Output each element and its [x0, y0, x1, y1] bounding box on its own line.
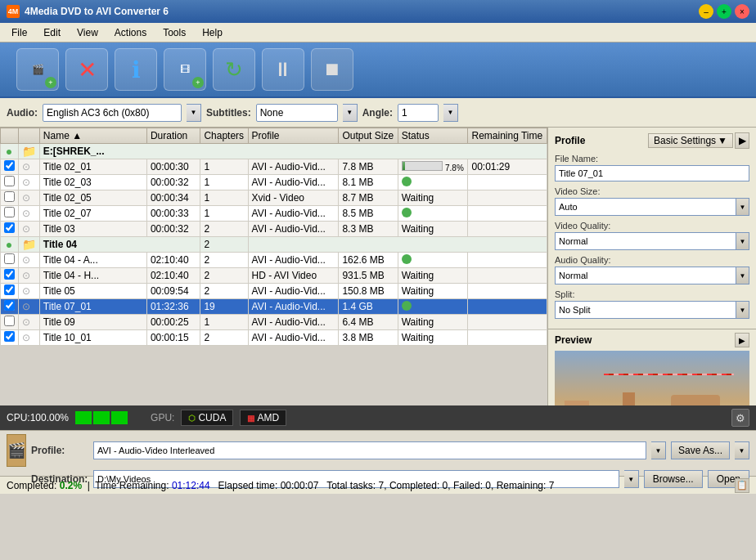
col-profile[interactable]: Profile: [248, 128, 339, 144]
minimize-button[interactable]: –: [699, 4, 713, 19]
amd-button[interactable]: ▦ AMD: [240, 410, 286, 426]
row-checkbox[interactable]: [4, 207, 15, 217]
row-checkbox[interactable]: [4, 160, 15, 171]
split-arrow[interactable]: ▼: [736, 301, 749, 319]
profile-input[interactable]: [93, 441, 646, 459]
table-row[interactable]: ⊙ Title 09 00:00:25 1 AVI - Audio-Vid...…: [1, 315, 547, 330]
toolbar: 🎬 + ✕ ℹ 🎞 + ↻ ⏸ ⏹: [0, 43, 756, 98]
close-button[interactable]: ×: [735, 4, 749, 19]
row-checkbox[interactable]: [4, 269, 15, 280]
table-row[interactable]: ⊙ Title 02_01 00:00:30 1 AVI - Audio-Vid…: [1, 159, 547, 175]
status-text: Completed: 0.2% | Time Remaining: 01:12:…: [7, 480, 554, 491]
table-row[interactable]: ⊙ Title 02_03 00:00:32 1 AVI - Audio-Vid…: [1, 175, 547, 190]
profile: AVI - Audio-Vid...: [248, 222, 339, 237]
file-name-input[interactable]: [555, 165, 749, 181]
col-status-icon[interactable]: [18, 128, 39, 144]
angle-dropdown-arrow[interactable]: ▼: [443, 104, 458, 122]
table-row[interactable]: ⊙ Title 02_05 00:00:34 1 Xvid - Video 8.…: [1, 190, 547, 206]
profile: AVI - Audio-Vid...: [248, 299, 339, 315]
table-row[interactable]: ⊙ Title 04 - A... 02:10:40 2 AVI - Audio…: [1, 253, 547, 268]
split-select[interactable]: No Split: [555, 301, 736, 319]
col-chapters[interactable]: Chapters: [200, 128, 248, 144]
info-button[interactable]: ℹ: [115, 48, 157, 91]
maximize-button[interactable]: +: [717, 4, 731, 19]
col-output-size[interactable]: Output Size: [339, 128, 398, 144]
table-row[interactable]: ⊙ Title 10_01 00:00:15 2 AVI - Audio-Vid…: [1, 330, 547, 346]
profile-dropdown-arrow[interactable]: ▼: [651, 441, 666, 459]
col-checkbox[interactable]: [1, 128, 19, 144]
profile: AVI - Audio-Vid...: [248, 175, 339, 190]
subtitles-label: Subtitles:: [206, 107, 251, 119]
col-remaining[interactable]: Remaining Time: [468, 128, 547, 144]
add-video-button[interactable]: 🎬 +: [16, 48, 59, 91]
chapters: 2: [200, 330, 248, 346]
menu-tools[interactable]: Tools: [155, 25, 194, 40]
profile: HD - AVI Video: [248, 268, 339, 284]
output-size: 931.5 MB: [339, 268, 398, 284]
video-quality-select[interactable]: Normal: [555, 232, 736, 250]
file-name: Title 04 - H...: [39, 268, 146, 284]
refresh-button[interactable]: ↻: [213, 48, 255, 91]
stop-button[interactable]: ⏹: [311, 48, 353, 91]
audio-dropdown-arrow[interactable]: ▼: [187, 104, 201, 122]
remove-button[interactable]: ✕: [65, 48, 108, 91]
status: Waiting: [398, 330, 468, 346]
video-quality-arrow[interactable]: ▼: [736, 232, 749, 250]
log-button[interactable]: 📋: [735, 478, 749, 493]
row-checkbox[interactable]: [4, 222, 15, 233]
cpu-settings-button[interactable]: ⚙: [731, 409, 749, 427]
audio-select[interactable]: [43, 104, 182, 122]
chapters: 2: [200, 284, 248, 299]
save-as-dropdown-arrow[interactable]: ▼: [735, 441, 749, 459]
row-checkbox[interactable]: [4, 331, 15, 342]
row-checkbox[interactable]: [4, 316, 15, 326]
col-name[interactable]: Name ▲: [39, 128, 146, 144]
menu-edit[interactable]: Edit: [35, 25, 69, 40]
profile-row: 🎬 Profile: ▼ Save As... ▼: [7, 434, 749, 467]
pause-button[interactable]: ⏸: [262, 48, 304, 91]
subtitles-dropdown-arrow[interactable]: ▼: [343, 104, 358, 122]
table-row[interactable]: ● 📁 Title 04 2: [1, 237, 547, 253]
table-row[interactable]: ⊙ Title 03 00:00:32 2 AVI - Audio-Vid...…: [1, 222, 547, 237]
save-as-button[interactable]: Save As...: [671, 441, 730, 459]
table-row[interactable]: ⊙ Title 04 - H... 02:10:40 2 HD - AVI Vi…: [1, 268, 547, 284]
video-size-arrow[interactable]: ▼: [736, 198, 749, 216]
menu-file[interactable]: File: [3, 25, 35, 40]
col-status[interactable]: Status: [398, 128, 468, 144]
basic-settings-button[interactable]: Basic Settings ▼: [648, 133, 733, 148]
video-size-select[interactable]: Auto: [555, 198, 736, 216]
subtitles-select[interactable]: [256, 104, 338, 122]
row-checkbox[interactable]: [4, 191, 15, 202]
row-checkbox[interactable]: [4, 253, 15, 264]
menu-help[interactable]: Help: [194, 25, 231, 40]
menu-view[interactable]: View: [69, 25, 106, 40]
file-name: Title 09: [39, 315, 146, 330]
output-size: 1.4 GB: [339, 299, 398, 315]
basic-settings-label: Basic Settings: [654, 135, 716, 146]
profile-title: Profile: [555, 135, 585, 146]
menu-actions[interactable]: Actions: [106, 25, 155, 40]
destination-dropdown-arrow[interactable]: ▼: [624, 470, 639, 488]
add-chapter-button[interactable]: 🎞 +: [164, 48, 206, 91]
angle-input[interactable]: [398, 104, 439, 122]
row-checkbox[interactable]: [4, 284, 15, 295]
table-row[interactable]: ⊙ Title 02_07 00:00:33 1 AVI - Audio-Vid…: [1, 206, 547, 222]
expand-button[interactable]: ▶: [735, 132, 749, 149]
audio-quality-select[interactable]: Normal: [555, 267, 736, 284]
table-row[interactable]: ⊙ Title 07_01 01:32:36 19 AVI - Audio-Vi…: [1, 299, 547, 315]
file-table-body: ● 📁 E:[SHREK_... ⊙ Title 02_01 00:00:30 …: [1, 144, 547, 346]
row-checkbox[interactable]: [4, 176, 15, 186]
table-row[interactable]: ● 📁 E:[SHREK_...: [1, 144, 547, 159]
col-duration[interactable]: Duration: [146, 128, 200, 144]
audio-quality-arrow[interactable]: ▼: [736, 267, 749, 284]
profile-dest-bar: 🎬 Profile: ▼ Save As... ▼ Destination: ▼…: [0, 430, 756, 476]
duration: 00:00:32: [146, 222, 200, 237]
browse-button[interactable]: Browse...: [644, 470, 703, 488]
preview-expand-button[interactable]: ▶: [735, 333, 749, 347]
status: [398, 175, 468, 190]
table-row[interactable]: ⊙ Title 05 00:09:54 2 AVI - Audio-Vid...…: [1, 284, 547, 299]
row-checkbox[interactable]: [4, 300, 15, 311]
file-list-area: Name ▲ Duration Chapters Profile Output …: [0, 128, 547, 405]
cuda-button[interactable]: ⬡ CUDA: [181, 410, 233, 426]
elapsed-time: 00:00:07: [281, 480, 319, 491]
